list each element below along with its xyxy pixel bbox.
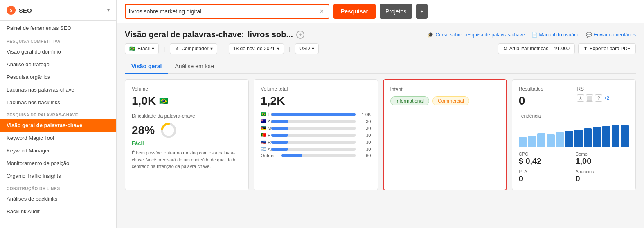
filter-separator-3: | bbox=[289, 46, 290, 52]
refresh-icon: ↻ bbox=[503, 46, 507, 51]
sidebar-item-monitoramento[interactable]: Monitoramento de posição bbox=[0, 157, 116, 170]
trend-bars bbox=[519, 122, 629, 147]
chevron-down-icon[interactable]: ▾ bbox=[107, 7, 110, 13]
country-filter[interactable]: 🇧🇷 Brasil ▾ bbox=[125, 43, 159, 54]
anuncios-value: 0 bbox=[575, 174, 629, 183]
rs-icons: ★ ⬜ ? +2 bbox=[577, 94, 629, 102]
add-keyword-button[interactable]: + bbox=[296, 31, 304, 39]
page-header: Visão geral de palavras-chave: livros so… bbox=[125, 30, 636, 39]
volume-total-label: Volume total bbox=[261, 86, 371, 92]
close-icon[interactable]: × bbox=[318, 8, 325, 15]
sidebar-item-analises-backlinks[interactable]: Análises de backlinks bbox=[0, 192, 116, 205]
difficulty-label: Dificuldade da palavra-chave bbox=[132, 113, 242, 119]
bar-row-br: 🇧🇷 BR 1,0K bbox=[261, 112, 371, 117]
sidebar-item-keyword-magic[interactable]: Keyword Magic Tool bbox=[0, 132, 116, 144]
anuncios-label: Anúncios bbox=[575, 169, 629, 174]
sidebar-item-analise-trafego[interactable]: Análise de tráfego bbox=[0, 58, 116, 71]
sidebar-title: SEO bbox=[19, 7, 32, 14]
tab-visao-geral[interactable]: Visão geral bbox=[125, 60, 168, 74]
currency-filter[interactable]: USD ▾ bbox=[295, 43, 319, 54]
tabs: Visão geral Análise em lote bbox=[125, 60, 636, 74]
intent-tags: Informational Commercial bbox=[390, 96, 500, 105]
sidebar-item-lacunas-palavras[interactable]: Lacunas nas palavras-chave bbox=[0, 83, 116, 96]
anuncios-metric: Anúncios 0 bbox=[575, 169, 629, 183]
sidebar-item-lacunas-backlinks[interactable]: Lacunas nos backlinks bbox=[0, 96, 116, 109]
date-filter[interactable]: 18 de nov. de 2021 ▾ bbox=[229, 43, 284, 54]
pla-label: PLA bbox=[519, 169, 572, 174]
difficulty-percent: 28% bbox=[132, 121, 242, 139]
manual-link[interactable]: 📄 Manual do usuário bbox=[531, 32, 580, 38]
sidebar-header-left: S SEO bbox=[7, 6, 32, 15]
chat-icon: 💬 bbox=[586, 32, 592, 38]
comp-label: Comp. bbox=[575, 152, 629, 156]
star-icon: ★ bbox=[577, 94, 584, 102]
sidebar-item-backlink-audit[interactable]: Backlink Audit bbox=[0, 205, 116, 218]
export-icon: ⬆ bbox=[583, 46, 588, 51]
sidebar-item-keyword-manager[interactable]: Keyword Manager bbox=[0, 144, 116, 157]
filter-separator-2: | bbox=[222, 46, 223, 52]
content-area: Visão geral de palavras-chave: livros so… bbox=[117, 23, 644, 228]
graduation-icon: 🎓 bbox=[428, 32, 434, 38]
trend-bar-7 bbox=[574, 130, 583, 147]
seo-logo-icon: S bbox=[7, 6, 16, 15]
volume-total-value: 1,2K bbox=[261, 94, 371, 107]
filters-row: 🇧🇷 Brasil ▾ | 🖥 Computador ▾ | 18 de nov… bbox=[125, 43, 636, 54]
pla-value: 0 bbox=[519, 174, 572, 183]
rs-plus: +2 bbox=[604, 96, 609, 101]
sidebar-item-visao-palavras[interactable]: Visão geral de palavras-chave bbox=[0, 119, 116, 132]
cpc-metric: CPC $ 0,42 bbox=[519, 152, 572, 166]
sidebar-item-pesquisa-organica[interactable]: Pesquisa orgânica bbox=[0, 71, 116, 83]
cards-grid: Volume 1,0K 🇧🇷 Dificuldade da palavra-ch… bbox=[125, 79, 636, 190]
volume-bars: 🇧🇷 BR 1,0K 🇦🇺 AU 30 🇲🇿 MZ 30 bbox=[261, 112, 371, 158]
sidebar-header: S SEO ▾ bbox=[0, 0, 116, 21]
trend-bar-4 bbox=[547, 134, 555, 147]
trend-bar-10 bbox=[602, 126, 610, 147]
page-title-text: Visão geral de palavras-chave: bbox=[125, 30, 244, 39]
volume-number: 1,0K bbox=[132, 94, 156, 107]
tab-analise-lote[interactable]: Análise em lote bbox=[168, 60, 221, 74]
main-area: × Pesquisar Projetos + Visão geral de pa… bbox=[117, 0, 644, 228]
resultados-card: Resultados 0 RS ★ ⬜ ? +2 bbox=[512, 79, 636, 190]
page-title-keyword: livros sob... bbox=[248, 30, 293, 39]
search-box: × bbox=[125, 4, 329, 19]
intent-label: Intent bbox=[390, 87, 500, 92]
rs-section: RS ★ ⬜ ? +2 bbox=[577, 86, 629, 107]
volume-value: 1,0K 🇧🇷 bbox=[132, 94, 242, 107]
atualizar-button[interactable]: ↻ Atualizar métricas 14/1.000 bbox=[498, 43, 575, 54]
trend-bar-9 bbox=[593, 127, 601, 147]
search-input[interactable] bbox=[129, 8, 318, 15]
bar-row-ar: 🇦🇷 AR 30 bbox=[261, 146, 371, 152]
chevron-down-icon: ▾ bbox=[210, 46, 213, 51]
trend-bar-2 bbox=[528, 136, 536, 147]
pesquisar-button[interactable]: Pesquisar bbox=[333, 4, 376, 19]
comp-value: 1,00 bbox=[575, 156, 629, 166]
trend-bar-1 bbox=[519, 137, 527, 147]
bar-row-ru: 🇷🇺 RU 30 bbox=[261, 139, 371, 145]
cpc-label: CPC bbox=[519, 152, 572, 156]
volume-card: Volume 1,0K 🇧🇷 Dificuldade da palavra-ch… bbox=[125, 79, 249, 190]
square-icon: ⬜ bbox=[586, 94, 593, 102]
trend-bar-12 bbox=[621, 125, 629, 147]
curso-link[interactable]: 🎓 Curso sobre pesquisa de palavras-chave bbox=[428, 32, 525, 38]
resultados-label: Resultados bbox=[519, 86, 571, 92]
topbar: × Pesquisar Projetos + bbox=[117, 0, 644, 23]
device-filter[interactable]: 🖥 Computador ▾ bbox=[170, 43, 217, 54]
metrics-grid: CPC $ 0,42 Comp. 1,00 PLA 0 Anúncios 0 bbox=[519, 152, 629, 183]
volume-label: Volume bbox=[132, 86, 242, 92]
intent-tag-commercial: Commercial bbox=[432, 96, 469, 105]
trend-bar-11 bbox=[612, 125, 620, 147]
add-project-button[interactable]: + bbox=[416, 4, 428, 19]
trend-bar-6 bbox=[565, 131, 573, 147]
sidebar-item-painel[interactable]: Painel de ferramentas SEO bbox=[0, 21, 116, 35]
feedback-link[interactable]: 💬 Enviar comentários bbox=[586, 32, 636, 38]
sidebar-item-organic-insights[interactable]: Organic Traffic Insights bbox=[0, 170, 116, 182]
exportar-button[interactable]: ⬆ Exportar para PDF bbox=[578, 43, 636, 54]
chevron-down-icon: ▾ bbox=[312, 46, 314, 51]
comp-metric: Comp. 1,00 bbox=[575, 152, 629, 166]
sidebar-item-visao-dominio[interactable]: Visão geral do domínio bbox=[0, 45, 116, 58]
resultados-value: 0 bbox=[519, 94, 571, 107]
intent-tag-informational: Informational bbox=[390, 96, 429, 105]
resultados-rs-row: Resultados 0 RS ★ ⬜ ? +2 bbox=[519, 86, 629, 107]
projetos-button[interactable]: Projetos bbox=[380, 4, 412, 19]
difficulty-level: Fácil bbox=[132, 140, 242, 146]
